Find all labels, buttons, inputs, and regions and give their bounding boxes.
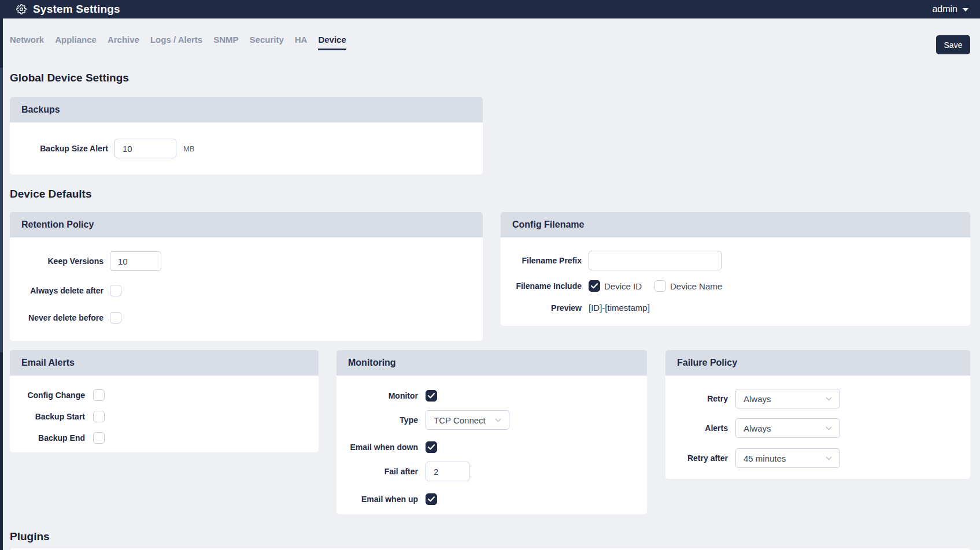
- tab-device[interactable]: Device: [318, 35, 346, 50]
- type-select-value: TCP Connect: [434, 415, 486, 425]
- never-delete-before-label: Never delete before: [17, 313, 103, 322]
- monitor-checkbox[interactable]: [426, 390, 437, 402]
- topbar: System Settings admin: [0, 0, 980, 18]
- alerts-select[interactable]: Always: [735, 418, 840, 438]
- gear-icon: [16, 4, 27, 14]
- tab-archive[interactable]: Archive: [108, 35, 139, 50]
- panel-failure-policy: Failure Policy Retry Always Alerts Alway…: [665, 350, 970, 479]
- user-menu[interactable]: admin: [932, 4, 972, 14]
- retry-select[interactable]: Always: [735, 389, 840, 408]
- fail-after-label: Fail after: [348, 467, 418, 476]
- chevron-down-icon: [826, 397, 832, 401]
- email-when-up-label: Email when up: [348, 495, 418, 504]
- tab-ha[interactable]: HA: [295, 35, 308, 50]
- panel-retention-policy: Retention Policy Keep Versions Always de…: [10, 212, 483, 341]
- content: Network Appliance Archive Logs / Alerts …: [10, 18, 970, 550]
- panel-monitoring: Monitoring Monitor Type TCP Connect: [336, 350, 647, 514]
- tab-security[interactable]: Security: [250, 35, 284, 50]
- never-delete-before-checkbox[interactable]: [110, 312, 121, 324]
- always-delete-after-checkbox[interactable]: [110, 285, 121, 296]
- backup-size-alert-suffix: MB: [183, 144, 195, 153]
- chevron-down-icon: [826, 426, 832, 430]
- alerts-select-value: Always: [744, 423, 771, 433]
- device-id-checkbox[interactable]: [589, 280, 600, 292]
- backup-end-label: Backup End: [17, 433, 85, 443]
- tab-appliance[interactable]: Appliance: [55, 35, 97, 50]
- keep-versions-input[interactable]: [110, 251, 161, 271]
- backup-start-checkbox[interactable]: [93, 411, 105, 422]
- monitor-label: Monitor: [348, 391, 418, 400]
- retry-after-select[interactable]: 45 minutes: [735, 448, 840, 468]
- email-when-up-checkbox[interactable]: [426, 493, 437, 505]
- filename-prefix-label: Filename Prefix: [512, 256, 582, 265]
- left-scrollbar-thumb[interactable]: [0, 68, 3, 352]
- filename-prefix-input[interactable]: [589, 251, 722, 270]
- section-title-plugins: Plugins: [10, 530, 970, 543]
- chevron-down-icon: [495, 418, 501, 422]
- email-when-down-checkbox[interactable]: [426, 441, 437, 453]
- keep-versions-label: Keep Versions: [17, 257, 103, 266]
- tab-row: Network Appliance Archive Logs / Alerts …: [10, 18, 970, 54]
- config-change-label: Config Change: [17, 391, 85, 400]
- user-name: admin: [932, 4, 957, 14]
- preview-label: Preview: [512, 303, 582, 313]
- backup-start-label: Backup Start: [17, 412, 85, 421]
- page-body: Network Appliance Archive Logs / Alerts …: [0, 18, 980, 550]
- panel-monitoring-header: Monitoring: [336, 350, 647, 376]
- retry-after-select-value: 45 minutes: [744, 454, 786, 463]
- panel-failure-policy-header: Failure Policy: [665, 350, 970, 376]
- panel-config-filename: Config Filename Filename Prefix Filename…: [501, 212, 970, 326]
- panel-email-alerts: Email Alerts Config Change Backup Start: [10, 350, 319, 452]
- tab-network[interactable]: Network: [10, 35, 44, 50]
- save-button[interactable]: Save: [936, 35, 970, 54]
- type-label: Type: [348, 415, 418, 425]
- email-when-down-label: Email when down: [348, 443, 418, 452]
- device-name-checkbox[interactable]: [654, 280, 666, 292]
- tab-bar: Network Appliance Archive Logs / Alerts …: [10, 35, 346, 50]
- panel-retention-header: Retention Policy: [10, 212, 483, 237]
- tab-logs-alerts[interactable]: Logs / Alerts: [150, 35, 202, 50]
- backup-size-alert-label: Backup Size Alert: [17, 144, 108, 153]
- left-scrollbar-track[interactable]: [0, 18, 3, 550]
- panel-email-alerts-header: Email Alerts: [10, 350, 319, 376]
- preview-value: [ID]-[timestamp]: [589, 303, 650, 313]
- section-title-device-defaults: Device Defaults: [10, 188, 970, 200]
- always-delete-after-label: Always delete after: [17, 286, 103, 295]
- panel-backups: Backups Backup Size Alert MB: [10, 97, 483, 174]
- retry-after-label: Retry after: [677, 454, 728, 463]
- filename-include-label: Filename Include: [512, 281, 582, 291]
- backup-end-checkbox[interactable]: [93, 432, 105, 444]
- fail-after-input[interactable]: [426, 462, 469, 481]
- section-title-global-device-settings: Global Device Settings: [10, 72, 970, 84]
- page-title: System Settings: [33, 3, 120, 16]
- type-select[interactable]: TCP Connect: [426, 410, 509, 430]
- alerts-label: Alerts: [677, 423, 728, 433]
- config-change-checkbox[interactable]: [93, 389, 105, 401]
- device-id-label: Device ID: [604, 281, 642, 291]
- device-name-label: Device Name: [670, 281, 722, 291]
- panel-backups-header: Backups: [10, 97, 483, 122]
- chevron-down-icon: [826, 456, 832, 460]
- retry-label: Retry: [677, 394, 728, 403]
- panel-config-filename-header: Config Filename: [501, 212, 970, 237]
- backup-size-alert-input[interactable]: [114, 139, 176, 158]
- caret-down-icon: [963, 8, 968, 12]
- tab-snmp[interactable]: SNMP: [213, 35, 238, 50]
- retry-select-value: Always: [744, 394, 771, 404]
